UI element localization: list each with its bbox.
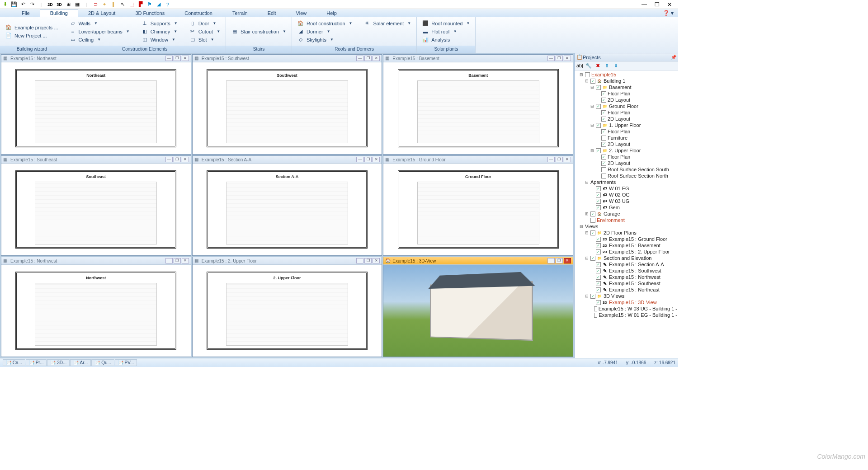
doc-close-button[interactable]: ✕	[373, 56, 380, 61]
doc-min-button[interactable]: —	[547, 56, 555, 61]
props-icon[interactable]: 🔧	[585, 63, 592, 69]
menu-file[interactable]: File	[12, 9, 40, 17]
expand-icon[interactable]: ⊟	[585, 179, 589, 185]
checkbox[interactable]: ✓	[590, 79, 595, 84]
tree-node[interactable]: ⊟✓📁Basement	[575, 84, 678, 90]
checkbox[interactable]: ✓	[596, 249, 601, 254]
tree-node[interactable]: Roof Surface Section South	[575, 166, 678, 173]
doc-content[interactable]: Basement	[383, 62, 573, 154]
doc-min-button[interactable]: —	[165, 258, 173, 263]
expand-icon[interactable]: ⊟	[590, 84, 594, 90]
checkbox[interactable]: ✓	[596, 268, 601, 273]
tree-node[interactable]: ✓✎Example15 : Southeast	[575, 280, 678, 287]
ribbon-example-projects--button[interactable]: 🏠Example projects ...	[4, 24, 60, 31]
expand-icon[interactable]: ⊟	[579, 223, 584, 230]
tree-node[interactable]: ✓2DExample15 : Ground Floor	[575, 236, 678, 242]
expand-icon[interactable]: ⊞	[585, 211, 589, 217]
doc-title-bar[interactable]: ▦Example15 : Basement—❐✕	[383, 55, 573, 62]
tree-node[interactable]: Environment	[575, 217, 678, 223]
checkbox[interactable]: ✓	[596, 300, 601, 305]
doc-max-button[interactable]: ❐	[556, 258, 563, 263]
qat-pointer-icon[interactable]: ↖	[119, 1, 126, 8]
doc-close-button[interactable]: ✕	[182, 157, 189, 162]
menu-terrain[interactable]: Terrain	[222, 9, 258, 17]
app-icon[interactable]: ⬇	[2, 1, 8, 8]
checkbox[interactable]: ✓	[590, 230, 595, 235]
tree-node[interactable]: ✓Floor Plan	[575, 90, 678, 97]
checkbox[interactable]	[590, 218, 595, 223]
pin-icon[interactable]: 📌	[671, 55, 676, 60]
status-tab[interactable]: 📑 PV...	[115, 359, 137, 366]
expand-icon[interactable]: ⊟	[585, 230, 589, 236]
doc-window[interactable]: ▦Example15 : Southeast—❐✕Southeast	[1, 155, 191, 256]
checkbox[interactable]: ✓	[596, 275, 601, 280]
doc-min-button[interactable]: —	[356, 56, 363, 61]
ribbon-lower-upper-beams-button[interactable]: ≡Lower/upper beams▼	[68, 28, 132, 35]
tree-node[interactable]: ⊟✓📁Section and Elevation	[575, 255, 678, 261]
ribbon-chimney-button[interactable]: ◧Chimney▼	[140, 28, 179, 35]
ribbon-supports-button[interactable]: ⊥Supports▼	[140, 20, 179, 27]
menu-help[interactable]: Help	[316, 9, 347, 17]
checkbox[interactable]: ✓	[601, 110, 606, 115]
qat-redo-icon[interactable]: ↷	[29, 1, 35, 8]
tree-node[interactable]: ✓2D Layout	[575, 97, 678, 103]
qat-tool3-icon[interactable]: ‖	[110, 1, 117, 8]
help-dropdown-icon[interactable]: ❓ ▾	[663, 10, 674, 16]
tree-node[interactable]: Example15 : W 01 EG - Building 1 -	[575, 312, 678, 318]
doc-window[interactable]: ▦Example15 : Basement—❐✕Basement	[383, 54, 573, 155]
checkbox[interactable]	[594, 306, 597, 311]
doc-title-bar[interactable]: ▦Example15 : Southwest—❐✕	[193, 55, 382, 62]
doc-window[interactable]: ▦Example15 : Northeast—❐✕Northeast	[1, 54, 191, 155]
tree-node[interactable]: ✓2DExample15 : 2. Upper Floor	[575, 249, 678, 255]
doc-window[interactable]: ▦Example15 : Northwest—❐✕Northwest	[1, 257, 191, 357]
expand-icon[interactable]: ⊟	[585, 78, 589, 84]
tree-node[interactable]: ✓2D Layout	[575, 160, 678, 166]
qat-tool1-icon[interactable]: ⊃	[92, 1, 99, 8]
tree-node[interactable]: ⊟✓📁Ground Floor	[575, 103, 678, 109]
status-tab[interactable]: 📑 Pr...	[26, 359, 47, 366]
checkbox[interactable]: ✓	[601, 129, 606, 134]
doc-min-button[interactable]: —	[356, 157, 363, 162]
checkbox[interactable]: ✓	[601, 98, 606, 103]
doc-close-button[interactable]: ✕	[564, 56, 571, 61]
checkbox[interactable]: ✓	[601, 117, 606, 122]
doc-close-button[interactable]: ✕	[182, 56, 189, 61]
tree-node[interactable]: ✓Floor Plan	[575, 109, 678, 116]
status-tab[interactable]: 📑 Ca...	[3, 359, 25, 366]
checkbox[interactable]: ✓	[596, 85, 601, 90]
doc-min-button[interactable]: —	[547, 258, 555, 263]
doc-min-button[interactable]: —	[356, 258, 363, 263]
doc-title-bar[interactable]: ▦Example15 : Northwest—❐✕	[1, 257, 191, 265]
tree-node[interactable]: ⊞✓🏠Garage	[575, 211, 678, 217]
doc-max-button[interactable]: ❐	[174, 258, 181, 263]
tree-node[interactable]: Example15 : W 03 UG - Building 1 -	[575, 306, 678, 312]
checkbox[interactable]: ✓	[596, 205, 601, 210]
checkbox[interactable]: ✓	[601, 161, 606, 166]
checkbox[interactable]: ✓	[601, 91, 606, 96]
checkbox[interactable]	[601, 167, 606, 172]
ribbon-roof-construction-button[interactable]: 🏠Roof construction▼	[296, 20, 354, 27]
doc-title-bar[interactable]: ▦Example15 : Section A-A—❐✕	[193, 156, 382, 164]
tree-node[interactable]: ✓2DExample15 : Basement	[575, 242, 678, 249]
maximize-button[interactable]: ❐	[654, 1, 660, 8]
checkbox[interactable]: ✓	[596, 148, 601, 153]
ribbon-door-button[interactable]: ▯Door▼	[188, 20, 222, 27]
ribbon-analysis-button[interactable]: 📊Analysis	[420, 36, 472, 43]
tree-node[interactable]: Roof Surface Section North	[575, 173, 678, 179]
doc-title-bar[interactable]: ▦Example15 : Northeast—❐✕	[1, 55, 191, 62]
doc-min-button[interactable]: —	[165, 56, 173, 61]
menu-2d-layout[interactable]: 2D & Layout	[78, 9, 126, 17]
expand-icon[interactable]: ⊟	[590, 147, 594, 154]
doc-content[interactable]: 2. Upper Floor	[193, 265, 382, 357]
expand-icon[interactable]: ⊟	[579, 71, 584, 78]
tree-node[interactable]: ✓3DExample15 : 3D-View	[575, 299, 678, 306]
status-tab[interactable]: 📑 Ar...	[70, 359, 91, 366]
ribbon-solar-element-button[interactable]: ☀Solar element▼	[362, 20, 413, 27]
expand-icon[interactable]: ⊟	[585, 255, 589, 261]
status-tab[interactable]: 📑 3D...	[47, 359, 70, 366]
qat-tool2-icon[interactable]: ⌖	[101, 1, 108, 8]
checkbox[interactable]: ✓	[596, 186, 601, 191]
doc-window[interactable]: 🏠Example15 : 3D-View—❐✕	[383, 257, 573, 357]
tree-node[interactable]: ⊟Example15	[575, 71, 678, 78]
close-button[interactable]: ✕	[666, 1, 673, 8]
